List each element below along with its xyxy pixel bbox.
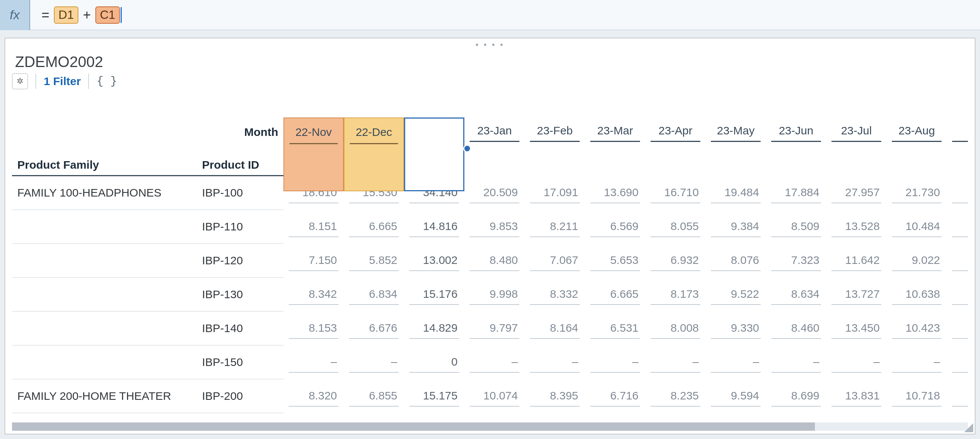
filter-link[interactable]: 1 Filter [44,75,81,88]
data-cell[interactable]: 9.330 [706,312,766,345]
cell-ref-d1[interactable]: D1 [54,6,78,24]
horizontal-scrollbar[interactable] [12,422,968,431]
product-family-header[interactable]: Product Family [12,147,197,176]
data-cell[interactable]: 5.852 [344,244,404,278]
data-cell[interactable]: – [645,345,706,379]
data-cell[interactable]: – [766,345,826,379]
braces-icon[interactable]: { } [97,75,117,88]
data-cell[interactable]: 27.957 [826,176,886,210]
data-cell[interactable]: 8 [947,210,968,244]
data-cell[interactable]: 23 [947,176,968,210]
data-cell[interactable]: 13.727 [826,278,886,312]
data-cell[interactable]: 11.642 [826,244,886,278]
data-cell[interactable]: 9.160 [465,414,525,422]
data-cell[interactable]: 8.480 [465,244,525,278]
selection-box[interactable] [404,117,465,191]
data-cell[interactable]: 17.884 [766,176,826,210]
panel-drag-handle[interactable]: • • • • [5,38,975,51]
data-cell[interactable]: 13.528 [826,210,886,244]
product-family-cell[interactable]: FAMILY 100-HEADPHONES [12,176,197,210]
data-cell[interactable]: 8.724 [706,414,766,422]
data-cell[interactable]: 9.797 [465,312,525,345]
data-cell[interactable]: 8.235 [645,379,706,414]
settings-icon[interactable]: ✲ [12,73,28,89]
data-cell[interactable]: – [826,345,886,379]
data-cell[interactable]: 8.211 [525,210,585,244]
data-cell[interactable]: 8.151 [283,210,344,244]
data-cell[interactable]: 13.002 [404,244,465,278]
data-cell[interactable]: 6 [947,244,968,278]
data-cell[interactable]: 20.509 [465,176,525,210]
data-cell[interactable]: 8 [947,379,968,414]
data-cell[interactable]: 15.175 [404,379,465,414]
data-cell[interactable]: 7.601 [283,414,344,422]
month-col-7[interactable]: 23-May [706,117,766,147]
data-cell[interactable]: 6.665 [585,278,645,312]
product-id-cell[interactable]: IBP-150 [197,345,283,379]
data-cell[interactable]: 14.829 [404,312,465,345]
data-cell[interactable]: – [947,345,968,379]
data-cell[interactable]: 8.055 [645,210,706,244]
data-cell[interactable]: 8.460 [766,312,826,345]
month-col-10[interactable]: 23-Aug [886,117,947,147]
data-cell[interactable]: 7 [947,312,968,345]
data-cell[interactable]: – [344,345,404,379]
data-cell[interactable]: 8 [947,278,968,312]
data-cell[interactable]: 7.150 [283,244,344,278]
data-cell[interactable]: 17.091 [525,176,585,210]
data-cell[interactable]: 9.853 [465,210,525,244]
data-cell[interactable]: 9.594 [706,379,766,414]
month-col-11[interactable]: 23 [947,117,968,147]
data-cell[interactable]: 8.509 [766,210,826,244]
data-cell[interactable]: – [525,345,585,379]
data-cell[interactable]: 9.998 [465,278,525,312]
data-cell[interactable]: 8.699 [766,379,826,414]
data-cell[interactable]: 6.834 [344,278,404,312]
data-cell[interactable]: 8.634 [766,278,826,312]
fx-button[interactable]: fx [0,0,30,30]
month-col-6[interactable]: 23-Apr [645,117,706,147]
data-cell[interactable]: 7.067 [525,244,585,278]
product-family-cell[interactable]: FAMILY 200-HOME THEATER [12,379,197,414]
data-cell[interactable]: 10.423 [886,312,947,345]
product-family-cell[interactable] [12,312,197,345]
data-cell[interactable]: 8.342 [283,278,344,312]
data-cell[interactable]: 19.484 [706,176,766,210]
formula-input[interactable]: = D1 + C1 [30,0,980,30]
data-cell[interactable]: 5.653 [585,244,645,278]
data-cell[interactable]: 6.665 [344,210,404,244]
data-cell[interactable]: 6.932 [645,244,706,278]
data-cell[interactable]: 12.576 [826,414,886,422]
data-cell[interactable]: 15.176 [404,278,465,312]
cell-ref-c1[interactable]: C1 [95,6,120,24]
data-cell[interactable]: 10.074 [465,379,525,414]
product-family-cell[interactable] [12,278,197,312]
data-cell[interactable]: 10.484 [886,210,947,244]
data-cell[interactable]: 8.332 [525,278,585,312]
data-cell[interactable]: – [706,345,766,379]
data-cell[interactable]: 7.634 [525,414,585,422]
data-cell[interactable]: 9.522 [706,278,766,312]
data-cell[interactable]: 7.489 [645,414,706,422]
product-family-cell[interactable] [12,414,197,422]
data-cell[interactable]: 8.076 [706,244,766,278]
product-id-cell[interactable]: IBP-120 [197,244,283,278]
data-cell[interactable]: 10.718 [886,379,947,414]
data-cell[interactable]: 8.395 [525,379,585,414]
data-cell[interactable]: 14.816 [404,210,465,244]
data-cell[interactable]: 7 [947,414,968,422]
month-col-5[interactable]: 23-Mar [585,117,645,147]
data-cell[interactable]: 8.164 [525,312,585,345]
data-cell[interactable]: 8.153 [283,312,344,345]
data-cell[interactable]: 6.855 [344,379,404,414]
data-cell[interactable]: 9.384 [706,210,766,244]
product-id-cell[interactable]: IBP-210 [197,414,283,422]
resize-handle[interactable] [963,422,974,433]
product-id-header[interactable]: Product ID [197,147,283,176]
data-cell[interactable]: 6.569 [585,210,645,244]
data-cell[interactable]: 21.730 [886,176,947,210]
data-cell[interactable]: 6.716 [585,379,645,414]
product-id-cell[interactable]: IBP-200 [197,379,283,414]
data-cell[interactable]: 9.746 [886,414,947,422]
month-col-4[interactable]: 23-Feb [525,117,585,147]
